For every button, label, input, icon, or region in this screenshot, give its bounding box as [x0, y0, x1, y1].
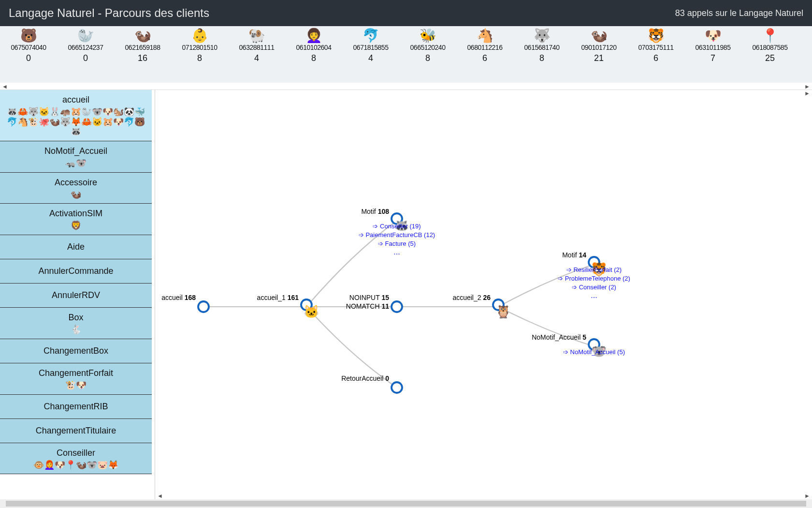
sidebar-item-icons: 🐵👩‍🦰🐶📍🦦🐨🐷🦊	[3, 458, 149, 470]
sidebar-item-icons: 🐇	[3, 323, 149, 335]
caller-item[interactable]: 🐬06718158554	[342, 26, 399, 83]
caller-icon: 🦦	[572, 29, 625, 43]
sidebar-item[interactable]: Box🐇	[0, 308, 152, 339]
sidebar-item-label: ChangementRIB	[3, 402, 149, 412]
graph-node-label: Motif 108	[361, 208, 389, 215]
canvas-scroll-right-bottom[interactable]: ►	[804, 493, 810, 499]
caller-number: 0621659188	[116, 43, 169, 51]
caller-item[interactable]: 🐯07031751116	[627, 26, 684, 83]
graph-canvas[interactable]: accueil 168🐱accueil_1 161🦝Motif 108➩ Con…	[155, 90, 812, 499]
sidebar-item-label: Box	[3, 313, 149, 323]
call-count-label: 83 appels sur le Langage Naturel	[675, 8, 803, 18]
caller-number: 0610102604	[287, 43, 340, 51]
graph-node-label: NOINPUT 15	[349, 294, 389, 301]
caller-icon: 🐺	[515, 29, 568, 43]
sidebar-item-label: ChangementBox	[3, 346, 149, 356]
caller-count: 8	[287, 51, 340, 63]
sidebar-item-icons: 🐮🐶	[3, 378, 149, 390]
bottom-scrollbar-thumb[interactable]	[6, 501, 806, 507]
graph-link[interactable]: ➩ NoMotif_Accueil (5)	[563, 348, 625, 356]
graph-link[interactable]: ➩ Conseiller (2)	[572, 284, 616, 291]
caller-item[interactable]: 👶07128015108	[171, 26, 228, 83]
sidebar-item[interactable]: ChangementForfait🐮🐶	[0, 363, 152, 395]
graph-link[interactable]: ➩ ResilierForfait (2)	[566, 266, 622, 273]
sidebar-item[interactable]: AnnulerRDV	[0, 284, 152, 308]
caller-number: 0675074040	[2, 43, 55, 51]
caller-number: 0632881111	[230, 43, 283, 51]
caller-icon: 🐝	[401, 29, 454, 43]
callers-strip[interactable]: 🐻06750740400🦭06651242370🦦062165918816👶07…	[0, 26, 812, 83]
graph-node[interactable]	[392, 382, 402, 393]
caller-count: 21	[572, 51, 625, 63]
graph-node-label: NoMotif_Accueil 5	[532, 333, 586, 341]
graph-canvas-scroll[interactable]: ► accueil 168🐱accueil_1 161🦝Motif 108➩ C…	[155, 90, 812, 499]
sidebar-item-label: ChangementTitulaire	[3, 426, 149, 436]
graph-node-label: accueil_1 161	[257, 294, 299, 301]
sidebar-item-label: ChangementForfait	[3, 368, 149, 378]
sidebar-item[interactable]: AnnulerCommande	[0, 259, 152, 284]
graph-link[interactable]: ➩ Conseiller (19)	[373, 223, 420, 230]
caller-item[interactable]: 🐻06750740400	[0, 26, 57, 83]
graph-node-icon: 🦉	[495, 304, 511, 319]
caller-item[interactable]: 🐺06156817408	[513, 26, 570, 83]
caller-icon: 🐶	[686, 29, 740, 43]
caller-item[interactable]: 👩‍🦱06101026048	[285, 26, 342, 83]
caller-count: 8	[401, 51, 454, 63]
callers-scroll-right[interactable]: ►	[804, 83, 810, 90]
sidebar-item[interactable]: ChangementRIB	[0, 395, 152, 419]
caller-count: 25	[743, 51, 797, 63]
bottom-scrollbar[interactable]	[0, 499, 812, 508]
caller-item[interactable]: 🦦062165918816	[114, 26, 171, 83]
caller-item[interactable]: 🦦090101712021	[570, 26, 627, 83]
graph-node-label: accueil 168	[161, 294, 196, 301]
sidebar-item[interactable]: Accessoire🦦	[0, 173, 152, 204]
graph-node[interactable]	[198, 301, 209, 312]
caller-item[interactable]: 🐴06801122166	[456, 26, 513, 83]
sidebar-item[interactable]: Conseiller🐵👩‍🦰🐶📍🦦🐨🐷🦊	[0, 443, 152, 475]
graph-link[interactable]: ➩ Facture (5)	[378, 240, 416, 247]
graph-link[interactable]: ...	[591, 291, 597, 299]
caller-count: 6	[629, 51, 682, 63]
graph-node-label: NOMATCH 11	[346, 302, 389, 310]
caller-icon: 👶	[173, 29, 226, 43]
caller-number: 0680112216	[458, 43, 511, 51]
caller-count: 0	[2, 51, 55, 63]
graph-link[interactable]: ➩ PaiementFactureCB (12)	[359, 231, 435, 239]
sidebar-item[interactable]: ChangementTitulaire	[0, 419, 152, 443]
caller-item[interactable]: 🐶06310119857	[684, 26, 741, 83]
sidebar-item-label: AnnulerRDV	[3, 290, 149, 300]
graph-node-icon: 🐱	[304, 304, 319, 319]
sidebar-scroll[interactable]: accueil🦝🦀🐺🐱🐰🦛🐹🦭🐨🐶🐿️🐼🐳🐬🐴🐮🐙🦦🐺🦊🦀🐱🐹🐶🐬🐻🦝NoMot…	[0, 90, 155, 499]
sidebar-item[interactable]: ChangementBox	[0, 339, 152, 363]
sidebar-item[interactable]: NoMotif_Accueil🦡🐨	[0, 141, 152, 173]
sidebar-item[interactable]: accueil🦝🦀🐺🐱🐰🦛🐹🦭🐨🐶🐿️🐼🐳🐬🐴🐮🐙🦦🐺🦊🦀🐱🐹🐶🐬🐻🦝	[0, 90, 152, 141]
caller-icon: 🐬	[344, 29, 397, 43]
caller-item[interactable]: 🦭06651242370	[57, 26, 114, 83]
callers-scroll-left[interactable]: ◄	[2, 83, 8, 90]
sidebar-item[interactable]: Aide	[0, 235, 152, 259]
sidebar-item-label: Accessoire	[3, 178, 149, 188]
caller-number: 0618087585	[743, 43, 797, 51]
sidebar-item-label: ActivationSIM	[3, 209, 149, 219]
caller-number: 0712801510	[173, 43, 226, 51]
graph-link[interactable]: ...	[393, 248, 400, 256]
caller-icon: 🐏	[230, 29, 283, 43]
caller-count	[800, 38, 812, 40]
caller-item[interactable]: 📍061808758525	[741, 26, 798, 83]
sidebar-item[interactable]: ActivationSIM🦁	[0, 204, 152, 235]
graph-node[interactable]	[392, 301, 402, 312]
caller-count: 16	[116, 51, 169, 63]
caller-icon: 👩‍🦱	[287, 29, 340, 43]
sidebar: accueil🦝🦀🐺🐱🐰🦛🐹🦭🐨🐶🐿️🐼🐳🐬🐴🐮🐙🦦🐺🦊🦀🐱🐹🐶🐬🐻🦝NoMot…	[0, 90, 152, 474]
canvas-scroll-left-bottom[interactable]: ◄	[157, 493, 163, 499]
caller-item[interactable]: 🐝06651202408	[399, 26, 456, 83]
app-title: Langage Naturel - Parcours des clients	[9, 6, 675, 20]
caller-item[interactable]: 06	[798, 26, 812, 83]
caller-item[interactable]: 🐏06328811114	[228, 26, 285, 83]
caller-count: 8	[173, 51, 226, 63]
sidebar-item-icons: 🦁	[3, 219, 149, 231]
graph-link[interactable]: ➩ ProblemeTelephone (2)	[558, 275, 630, 282]
sidebar-item-label: AnnulerCommande	[3, 266, 149, 276]
canvas-scroll-right-top[interactable]: ►	[804, 90, 810, 97]
graph-node-label: Motif 14	[562, 251, 586, 259]
